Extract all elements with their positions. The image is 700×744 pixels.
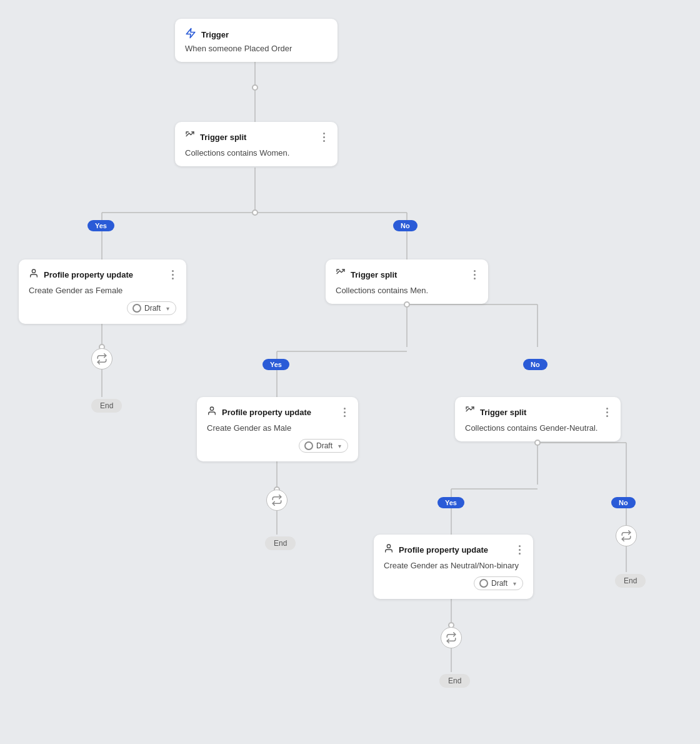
yes-label-2: Yes	[262, 359, 289, 370]
neutral-draft-label: Draft	[491, 579, 508, 588]
trigger-split-1-title: Trigger split	[200, 133, 246, 142]
split-icon-1	[185, 131, 195, 143]
profile-neutral-title: Profile property update	[399, 545, 488, 555]
trigger-split-3-menu[interactable]	[604, 406, 611, 418]
profile-female-subtitle: Create Gender as Female	[29, 286, 176, 295]
connector-dot-4	[404, 301, 410, 308]
split-icon-3	[465, 406, 475, 418]
loop-node-1	[91, 348, 112, 369]
svg-point-25	[210, 407, 213, 410]
loop-node-4	[616, 525, 637, 546]
profile-male-menu[interactable]	[341, 406, 348, 418]
trigger-split-3-card: Trigger split Collections contains Gende…	[455, 397, 621, 441]
trigger-split-2-title: Trigger split	[351, 270, 397, 279]
trigger-subtitle: When someone Placed Order	[185, 44, 328, 53]
loop-node-3	[441, 627, 462, 648]
trigger-split-1-subtitle: Collections contains Women.	[185, 148, 328, 158]
trigger-split-1-card: Trigger split Collections contains Women…	[175, 122, 338, 166]
trigger-icon	[185, 28, 196, 41]
user-icon-male	[207, 406, 217, 418]
draft-icon-male	[304, 441, 313, 450]
connector-dot-6	[534, 440, 541, 446]
trigger-split-1-menu[interactable]	[321, 131, 328, 143]
profile-female-menu[interactable]	[169, 269, 176, 281]
user-icon-female	[29, 268, 39, 281]
trigger-title: Trigger	[201, 30, 229, 39]
yes-label-3: Yes	[438, 497, 464, 508]
female-draft-badge[interactable]: Draft ▾	[127, 301, 176, 315]
yes-label-1: Yes	[88, 220, 114, 231]
svg-point-24	[32, 269, 35, 273]
loop-node-2	[266, 490, 288, 511]
trigger-split-2-subtitle: Collections contains Men.	[336, 286, 478, 295]
connector-dot-1	[252, 84, 258, 91]
female-draft-chevron: ▾	[166, 305, 169, 312]
no-label-1: No	[393, 220, 418, 231]
split-icon-2	[336, 268, 346, 281]
no-label-3: No	[611, 497, 636, 508]
end-node-1: End	[91, 399, 122, 413]
male-draft-chevron: ▾	[338, 443, 341, 450]
draft-icon-neutral	[479, 579, 488, 588]
trigger-split-2-menu[interactable]	[471, 269, 478, 281]
profile-male-title: Profile property update	[222, 408, 311, 417]
profile-female-title: Profile property update	[44, 270, 133, 279]
profile-neutral-card: Profile property update Create Gender as…	[374, 535, 533, 599]
male-draft-label: Draft	[316, 441, 332, 450]
profile-neutral-menu[interactable]	[516, 544, 523, 556]
trigger-split-3-subtitle: Collections contains Gender-Neutral.	[465, 423, 611, 433]
profile-male-card: Profile property update Create Gender as…	[197, 397, 358, 461]
user-icon-neutral	[384, 543, 394, 556]
end-node-4: End	[615, 574, 646, 588]
svg-point-26	[387, 545, 390, 548]
end-node-2: End	[265, 536, 296, 550]
neutral-draft-badge[interactable]: Draft ▾	[474, 576, 523, 590]
draft-icon-female	[132, 304, 141, 313]
profile-neutral-subtitle: Create Gender as Neutral/Non-binary	[384, 561, 523, 570]
end-node-3: End	[439, 674, 470, 688]
trigger-split-3-title: Trigger split	[480, 408, 526, 417]
neutral-draft-chevron: ▾	[513, 580, 516, 587]
trigger-split-2-card: Trigger split Collections contains Men.	[326, 259, 488, 304]
trigger-card: Trigger When someone Placed Order	[175, 19, 338, 62]
connector-dot-2	[252, 209, 258, 216]
male-draft-badge[interactable]: Draft ▾	[299, 439, 348, 453]
profile-female-card: Profile property update Create Gender as…	[19, 259, 186, 324]
female-draft-label: Draft	[144, 304, 161, 313]
no-label-2: No	[523, 359, 548, 370]
svg-marker-23	[186, 29, 195, 38]
profile-male-subtitle: Create Gender as Male	[207, 423, 348, 433]
